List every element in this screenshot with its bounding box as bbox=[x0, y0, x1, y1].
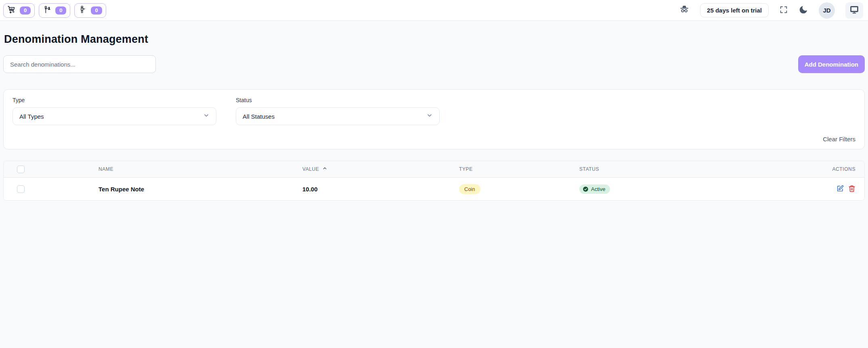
status-badge: Active bbox=[579, 184, 610, 194]
display-mode-button[interactable] bbox=[845, 2, 863, 19]
row-status-cell: Active bbox=[579, 184, 749, 194]
filter-grid: Type All Types Status All Statuses bbox=[13, 97, 855, 125]
trash-icon bbox=[848, 185, 855, 193]
edit-button[interactable] bbox=[837, 185, 844, 193]
avatar[interactable]: JD bbox=[819, 2, 835, 19]
waiter-icon bbox=[43, 5, 52, 16]
cart-icon bbox=[7, 5, 16, 16]
clear-filters-button[interactable]: Clear Filters bbox=[823, 136, 855, 143]
row-name-cell: Ten Rupee Note bbox=[99, 186, 302, 193]
type-filter-select[interactable]: All Types bbox=[13, 107, 216, 125]
app-root: 0 0 0 bbox=[0, 0, 868, 348]
moon-icon bbox=[799, 5, 808, 16]
filter-footer: Clear Filters bbox=[13, 136, 855, 143]
page-title: Denomination Management bbox=[4, 33, 865, 46]
delete-button[interactable] bbox=[848, 185, 855, 193]
fullscreen-button[interactable] bbox=[779, 5, 788, 15]
column-header-actions: ACTIONS bbox=[749, 166, 864, 172]
type-badge: Coin bbox=[459, 184, 480, 194]
sort-asc-icon bbox=[322, 166, 327, 173]
row-type-cell: Coin bbox=[459, 184, 579, 194]
main-content: Denomination Management Add Denomination… bbox=[0, 33, 868, 201]
cart-count-badge: 0 bbox=[20, 6, 31, 15]
filter-card: Type All Types Status All Statuses bbox=[3, 89, 865, 149]
cart-counter-pill[interactable]: 0 bbox=[3, 3, 35, 18]
type-filter-label: Type bbox=[13, 97, 216, 103]
row-actions-cell bbox=[749, 185, 864, 193]
column-header-value[interactable]: VALUE bbox=[302, 166, 459, 173]
topbar-counters: 0 0 0 bbox=[3, 3, 106, 18]
status-filter-value: All Statuses bbox=[243, 113, 275, 120]
waiter-count-badge: 0 bbox=[55, 6, 66, 15]
waiter-counter-pill[interactable]: 0 bbox=[39, 3, 70, 18]
dark-mode-toggle[interactable] bbox=[799, 5, 808, 16]
monitor-icon bbox=[849, 5, 859, 16]
topbar: 0 0 0 bbox=[0, 0, 868, 21]
row-value-cell: 10.00 bbox=[302, 186, 459, 193]
table-row: Ten Rupee Note 10.00 Coin Active bbox=[4, 178, 864, 200]
status-filter-select[interactable]: All Statuses bbox=[236, 107, 440, 125]
check-circle-icon bbox=[583, 186, 589, 192]
row-checkbox[interactable] bbox=[17, 185, 25, 193]
header-checkbox-cell bbox=[4, 166, 99, 173]
column-header-name[interactable]: NAME bbox=[99, 166, 302, 172]
topbar-actions: 25 days left on trial JD bbox=[679, 2, 865, 19]
status-filter-field: Status All Statuses bbox=[236, 97, 440, 125]
column-header-value-label: VALUE bbox=[302, 166, 319, 172]
edit-icon bbox=[837, 185, 844, 193]
type-filter-value: All Types bbox=[19, 113, 44, 120]
search-input[interactable] bbox=[3, 55, 156, 73]
column-header-type[interactable]: TYPE bbox=[459, 166, 579, 172]
status-filter-label: Status bbox=[236, 97, 440, 103]
person-icon bbox=[78, 5, 87, 16]
trial-days-button[interactable]: 25 days left on trial bbox=[700, 3, 769, 17]
add-denomination-button[interactable]: Add Denomination bbox=[798, 55, 865, 73]
fullscreen-icon bbox=[779, 5, 788, 15]
row-checkbox-cell bbox=[4, 185, 99, 193]
type-filter-field: Type All Types bbox=[13, 97, 216, 125]
incognito-icon bbox=[679, 4, 690, 16]
chevron-down-icon bbox=[426, 112, 433, 120]
chevron-down-icon bbox=[203, 112, 210, 120]
table-header-row: NAME VALUE TYPE STATUS ACTIONS bbox=[4, 161, 864, 178]
column-header-status[interactable]: STATUS bbox=[579, 166, 749, 172]
incognito-button[interactable] bbox=[679, 4, 690, 16]
status-badge-label: Active bbox=[591, 186, 605, 192]
person-counter-pill[interactable]: 0 bbox=[74, 3, 106, 18]
denominations-table: NAME VALUE TYPE STATUS ACTIONS Ten Rupee… bbox=[3, 161, 865, 201]
toolbar: Add Denomination bbox=[3, 55, 865, 73]
person-count-badge: 0 bbox=[91, 6, 102, 15]
select-all-checkbox[interactable] bbox=[17, 166, 25, 173]
